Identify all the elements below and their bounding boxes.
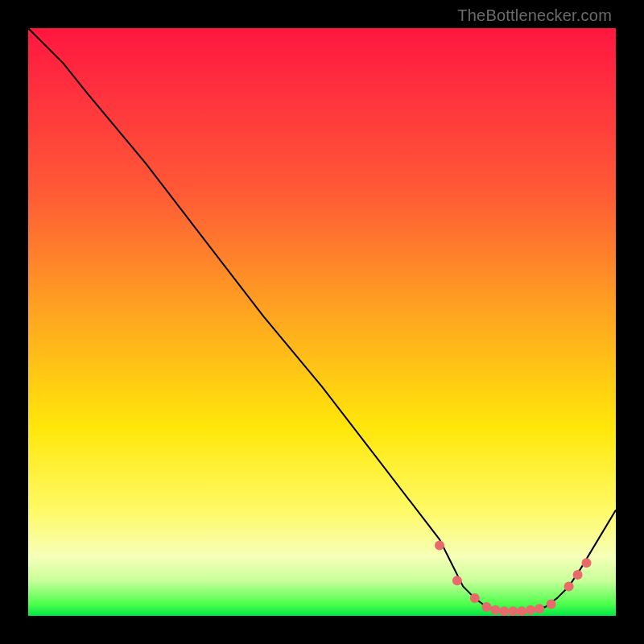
chart-frame: TheBottlenecker.com xyxy=(0,0,644,644)
marker-dot xyxy=(582,558,592,568)
marker-dot xyxy=(435,540,444,550)
watermark-text: TheBottlenecker.com xyxy=(457,6,612,25)
marker-dot xyxy=(508,606,518,616)
marker-dot xyxy=(547,599,556,609)
marker-dots xyxy=(435,540,592,616)
plot-area xyxy=(28,28,616,616)
marker-dot xyxy=(526,605,535,615)
marker-dot xyxy=(481,602,491,612)
chart-svg xyxy=(28,28,616,616)
marker-dot xyxy=(535,604,544,613)
marker-dot xyxy=(452,576,462,585)
marker-dot xyxy=(499,606,509,616)
marker-dot xyxy=(490,605,500,615)
marker-dot xyxy=(470,593,480,603)
marker-dot xyxy=(564,582,574,592)
marker-dot xyxy=(517,606,526,616)
marker-dot xyxy=(573,570,583,580)
bottleneck-curve xyxy=(28,28,616,611)
